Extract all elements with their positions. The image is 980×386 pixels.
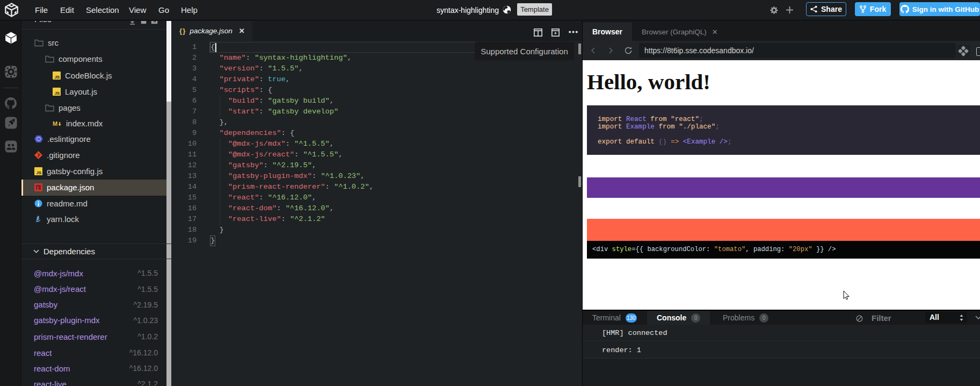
svg-text:JS: JS: [36, 170, 41, 175]
svg-text:JS: JS: [54, 75, 60, 80]
svg-text:JS: JS: [54, 91, 60, 96]
svg-text:M: M: [53, 120, 57, 127]
